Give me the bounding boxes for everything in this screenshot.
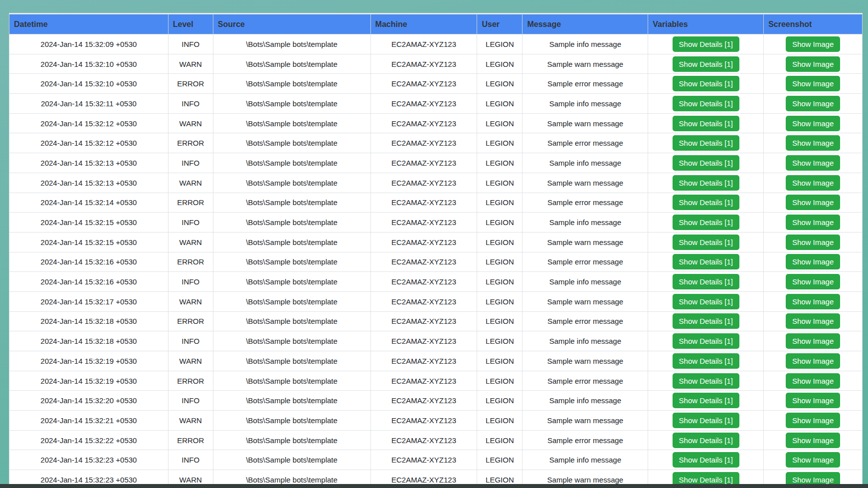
show-details-button[interactable]: Show Details [1] [673,413,739,428]
source-cell: \Bots\Sample bots\template [213,272,370,292]
screenshot-cell: Show Image [764,74,863,94]
machine-cell: EC2AMAZ-XYZ123 [370,213,477,233]
screenshot-cell: Show Image [764,391,863,411]
screenshot-cell: Show Image [764,113,863,133]
level-cell: INFO [168,153,213,173]
user-cell: LEGION [477,371,522,391]
table-row: 2024-Jan-14 15:32:22 +0530ERROR\Bots\Sam… [9,430,863,450]
show-details-button[interactable]: Show Details [1] [673,433,739,448]
variables-cell: Show Details [1] [648,94,764,114]
screenshot-cell: Show Image [764,291,863,311]
show-image-button[interactable]: Show Image [786,96,840,111]
screenshot-cell: Show Image [764,173,863,193]
table-row: 2024-Jan-14 15:32:10 +0530WARN\Bots\Samp… [9,54,863,74]
show-image-button[interactable]: Show Image [786,195,840,210]
show-details-button[interactable]: Show Details [1] [673,135,739,151]
level-cell: ERROR [168,252,213,272]
show-details-button[interactable]: Show Details [1] [673,294,739,309]
show-details-button[interactable]: Show Details [1] [673,254,739,269]
message-cell: Sample warn message [522,173,648,193]
user-cell: LEGION [477,351,522,371]
show-details-button[interactable]: Show Details [1] [673,393,739,408]
show-details-button[interactable]: Show Details [1] [673,235,739,250]
show-details-button[interactable]: Show Details [1] [673,155,739,171]
user-cell: LEGION [477,311,522,331]
show-details-button[interactable]: Show Details [1] [673,353,739,369]
show-image-button[interactable]: Show Image [786,76,840,91]
show-image-button[interactable]: Show Image [786,333,840,349]
screenshot-cell: Show Image [764,331,863,351]
show-details-button[interactable]: Show Details [1] [673,96,739,111]
show-details-button[interactable]: Show Details [1] [673,76,739,91]
machine-cell: EC2AMAZ-XYZ123 [370,133,477,153]
show-details-button[interactable]: Show Details [1] [673,195,739,210]
datetime-cell: 2024-Jan-14 15:32:15 +0530 [9,232,169,252]
message-cell: Sample warn message [522,54,648,74]
screenshot-cell: Show Image [764,133,863,153]
level-cell: ERROR [168,74,213,94]
show-image-button[interactable]: Show Image [786,413,840,428]
level-cell: WARN [168,232,213,252]
show-details-button[interactable]: Show Details [1] [673,116,739,131]
machine-cell: EC2AMAZ-XYZ123 [370,371,477,391]
show-image-button[interactable]: Show Image [786,116,840,131]
show-image-button[interactable]: Show Image [786,135,840,151]
source-cell: \Bots\Sample bots\template [213,430,370,450]
message-cell: Sample warn message [522,113,648,133]
show-image-button[interactable]: Show Image [786,452,840,468]
show-image-button[interactable]: Show Image [786,353,840,369]
screenshot-cell: Show Image [764,272,863,292]
show-details-button[interactable]: Show Details [1] [673,274,739,289]
show-details-button[interactable]: Show Details [1] [673,36,739,52]
level-cell: INFO [168,331,213,351]
show-details-button[interactable]: Show Details [1] [673,452,739,468]
screenshot-cell: Show Image [764,430,863,450]
show-image-button[interactable]: Show Image [786,373,840,389]
message-cell: Sample error message [522,430,648,450]
screenshot-cell: Show Image [764,371,863,391]
datetime-cell: 2024-Jan-14 15:32:10 +0530 [9,74,169,94]
source-cell: \Bots\Sample bots\template [213,351,370,371]
show-image-button[interactable]: Show Image [786,56,840,72]
show-image-button[interactable]: Show Image [786,393,840,408]
source-cell: \Bots\Sample bots\template [213,54,370,74]
show-image-button[interactable]: Show Image [786,175,840,191]
table-row: 2024-Jan-14 15:32:19 +0530ERROR\Bots\Sam… [9,371,863,391]
user-cell: LEGION [477,153,522,173]
show-details-button[interactable]: Show Details [1] [673,215,739,230]
show-details-button[interactable]: Show Details [1] [673,313,739,329]
variables-cell: Show Details [1] [648,232,764,252]
show-image-button[interactable]: Show Image [786,294,840,309]
source-cell: \Bots\Sample bots\template [213,391,370,411]
message-cell: Sample info message [522,94,648,114]
message-cell: Sample error message [522,371,648,391]
show-image-button[interactable]: Show Image [786,313,840,329]
show-image-button[interactable]: Show Image [786,235,840,250]
show-details-button[interactable]: Show Details [1] [673,373,739,389]
variables-cell: Show Details [1] [648,74,764,94]
show-image-button[interactable]: Show Image [786,274,840,289]
table-row: 2024-Jan-14 15:32:15 +0530WARN\Bots\Samp… [9,232,863,252]
column-header-level: Level [168,14,213,34]
level-cell: INFO [168,272,213,292]
user-cell: LEGION [477,411,522,431]
show-details-button[interactable]: Show Details [1] [673,333,739,349]
machine-cell: EC2AMAZ-XYZ123 [370,430,477,450]
table-row: 2024-Jan-14 15:32:13 +0530INFO\Bots\Samp… [9,153,863,173]
table-row: 2024-Jan-14 15:32:16 +0530ERROR\Bots\Sam… [9,252,863,272]
show-image-button[interactable]: Show Image [786,36,840,52]
table-row: 2024-Jan-14 15:32:18 +0530ERROR\Bots\Sam… [9,311,863,331]
level-cell: INFO [168,94,213,114]
show-image-button[interactable]: Show Image [786,254,840,269]
datetime-cell: 2024-Jan-14 15:32:20 +0530 [9,391,169,411]
show-image-button[interactable]: Show Image [786,215,840,230]
table-row: 2024-Jan-14 15:32:11 +0530INFO\Bots\Samp… [9,94,863,114]
message-cell: Sample warn message [522,351,648,371]
source-cell: \Bots\Sample bots\template [213,74,370,94]
show-image-button[interactable]: Show Image [786,433,840,448]
show-details-button[interactable]: Show Details [1] [673,175,739,191]
show-image-button[interactable]: Show Image [786,155,840,171]
show-details-button[interactable]: Show Details [1] [673,56,739,72]
source-cell: \Bots\Sample bots\template [213,291,370,311]
source-cell: \Bots\Sample bots\template [213,34,370,54]
